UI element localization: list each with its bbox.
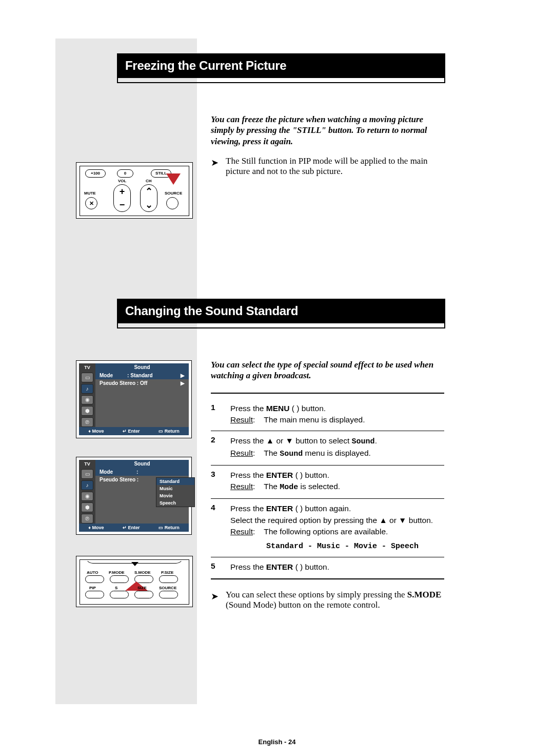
page: Freezing the Current Picture +100 0 STIL… — [0, 0, 554, 756]
osd1-mode-row: Mode : Standard ▶ — [95, 372, 189, 379]
osd1-mode-value: : Standard — [127, 373, 152, 378]
section1-heading: Freezing the Current Picture — [118, 54, 444, 78]
section1-note-text: The Still function in PIP mode will be a… — [226, 156, 444, 177]
triangle-down-icon — [131, 562, 138, 566]
section1-body: +100 0 STILL VOL CH MUTE SOURCE ✕ +− ⌃⌄ … — [117, 114, 445, 258]
osd2-tv-label: TV — [84, 461, 90, 467]
step-3: 3 Press the ENTER ( ) button. Result: Th… — [211, 466, 444, 499]
step-2: 2 Press the ▲ or ▼ button to select Soun… — [211, 431, 444, 466]
step-4-result-label: Result — [230, 527, 253, 536]
auto-label: AUTO — [87, 570, 98, 575]
osd1-foot-return: ▭ Return — [159, 429, 180, 434]
steps-top-rule — [211, 393, 444, 394]
step-3-text-c: ( ) button. — [293, 471, 329, 479]
osd-screenshot-1: TV ▭ ♪ ◉ ⬢ ℗ Sound Mode : Standard ▶ — [76, 360, 192, 438]
source2-label: SOURCE — [159, 586, 176, 590]
mute-label: MUTE — [84, 191, 96, 196]
osd2-mode-row: Mode : — [95, 468, 189, 476]
plus100-button: +100 — [85, 169, 106, 178]
section2-title-block: Changing the Sound Standard — [117, 299, 445, 328]
step-2-text-c: . — [375, 436, 377, 445]
osd2-foot-move: ♦ Move — [88, 525, 104, 530]
step-4-text-c: ( ) button again. — [293, 504, 351, 513]
step-1-text-a: Press the — [230, 404, 266, 413]
step-3-result-b: Mode — [280, 483, 298, 492]
step-2-result-c: menu is displayed. — [303, 449, 371, 457]
step-1-result-label: Result — [230, 415, 253, 424]
step-3-result-label: Result — [230, 482, 253, 491]
osd1-title: Sound — [95, 363, 189, 372]
still-highlight-arrow-icon — [166, 173, 181, 185]
section2-intro: You can select the type of special sound… — [211, 359, 444, 381]
section2-tip: ➤ You can select these options by simply… — [211, 590, 444, 610]
s-label: S — [115, 586, 117, 590]
osd1-foot-move: ♦ Move — [88, 429, 104, 434]
tip-text-c: (Sound Mode) button on the remote contro… — [226, 600, 380, 610]
channel-icon: ◉ — [81, 395, 93, 405]
osd1-mode-label: Mode — [100, 373, 113, 378]
osd2-foot-return: ▭ Return — [159, 525, 180, 530]
smode-label: S.MODE — [134, 570, 151, 575]
psize-label: P.SIZE — [161, 570, 173, 575]
osd1-foot-enter: ↵ Enter — [123, 429, 140, 434]
content-column: Freezing the Current Picture +100 0 STIL… — [117, 53, 445, 719]
osd-screenshot-2: TV ▭ ♪ ◉ ⬢ ℗ Sound Mode : P — [76, 457, 192, 535]
auto-button — [85, 575, 104, 583]
step-5-number: 5 — [211, 561, 219, 573]
pointer-icon: ➤ — [211, 157, 219, 177]
step-3-result-c: is selected. — [298, 482, 340, 491]
step-2-text-a: Press the ▲ or ▼ button to select — [230, 436, 352, 445]
ch-rocker: ⌃⌄ — [140, 184, 157, 212]
section1-note: ➤ The Still function in PIP mode will be… — [211, 156, 444, 177]
step-5: 5 Press the ENTER ( ) button. — [211, 557, 444, 579]
lang-icon: ℗ — [81, 417, 93, 427]
vol-label: VOL — [118, 179, 126, 183]
osd2-opt-movie: Movie — [156, 492, 194, 499]
osd1-pseudo-row: Pseudo Stereo : Off ▶ — [95, 379, 189, 387]
step-2-result-label: Result — [230, 449, 253, 457]
step-1-number: 1 — [211, 403, 219, 426]
minus-icon: − — [120, 200, 125, 210]
section2-heading: Changing the Sound Standard — [118, 300, 444, 323]
tip-text-b: S.MODE — [407, 590, 442, 599]
step-4-number: 4 — [211, 503, 219, 552]
section2-body: TV ▭ ♪ ◉ ⬢ ℗ Sound Mode : Standard ▶ — [117, 359, 445, 719]
step-4-options: Standard - Music - Movie - Speech — [230, 541, 444, 552]
step-2-result-b: Sound — [280, 450, 303, 458]
step-4-line2: Select the required option by pressing t… — [230, 516, 433, 525]
osd2-foot-enter: ↵ Enter — [123, 525, 140, 530]
zero-button: 0 — [117, 169, 133, 178]
osd2-title: Sound — [95, 460, 189, 468]
osd2-mode-value: : — [136, 469, 138, 475]
osd2-pseudo-label: Pseudo Stereo : — [100, 477, 138, 482]
source-button — [166, 197, 179, 209]
picture-icon: ▭ — [81, 469, 93, 479]
step-4-text-a: Press the — [230, 504, 266, 513]
pointer-icon: ➤ — [211, 591, 219, 610]
sound-icon: ♪ — [81, 384, 93, 394]
step-2-number: 2 — [211, 435, 219, 460]
osd1-tv-label: TV — [84, 365, 90, 370]
lang-icon: ℗ — [81, 514, 93, 524]
chevron-up-icon: ⌃ — [145, 186, 153, 197]
step-3-result-a: The — [264, 482, 280, 491]
vol-rocker: +− — [113, 184, 131, 212]
source-label: SOURCE — [165, 191, 182, 196]
remote-figure-2: AUTO P.MODE S.MODE P.SIZE PIP S SIZE SOU… — [76, 556, 193, 607]
chevron-down-icon: ⌄ — [145, 199, 153, 210]
size-label: SIZE — [137, 586, 147, 590]
osd2-opt-music: Music — [156, 485, 194, 492]
source2-button — [159, 591, 178, 598]
step-3-number: 3 — [211, 470, 219, 493]
section1-intro: You can freeze the picture when watching… — [211, 114, 444, 147]
ch-label: CH — [146, 179, 152, 183]
plus-icon: + — [120, 186, 125, 197]
step-3-bold: ENTER — [266, 471, 293, 479]
s-button — [110, 591, 129, 598]
step-1-bold: MENU — [266, 404, 290, 413]
step-1-result-text: The main menu is displayed. — [264, 415, 365, 424]
remote-inner-1: +100 0 STILL VOL CH MUTE SOURCE ✕ +− ⌃⌄ — [80, 166, 189, 216]
channel-icon: ◉ — [81, 492, 93, 501]
step-4-result-text: The following options are available. — [264, 527, 388, 536]
setup-icon: ⬢ — [81, 502, 93, 512]
